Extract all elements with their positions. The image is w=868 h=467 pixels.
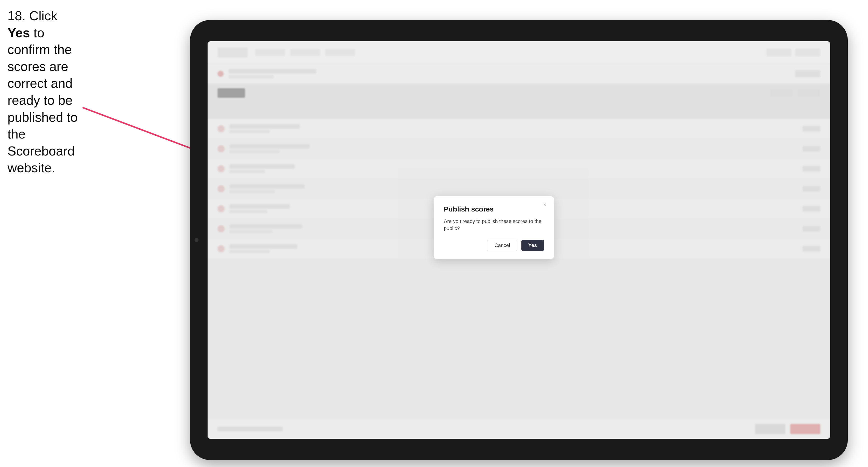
tablet-frame: × Publish scores Are you ready to publis… (190, 20, 848, 460)
modal-dialog: × Publish scores Are you ready to publis… (434, 196, 554, 259)
modal-title: Publish scores (444, 205, 544, 213)
camera-dot (194, 238, 198, 242)
modal-overlay: × Publish scores Are you ready to publis… (208, 41, 830, 439)
modal-actions: Cancel Yes (444, 240, 544, 251)
step-number: 18. (7, 8, 26, 23)
modal-close-button[interactable]: × (541, 201, 549, 209)
yes-emphasis: Yes (7, 26, 30, 40)
yes-button[interactable]: Yes (521, 240, 544, 251)
modal-body: Are you ready to publish these scores to… (444, 218, 544, 232)
cancel-button[interactable]: Cancel (487, 240, 517, 251)
tablet-screen: × Publish scores Are you ready to publis… (208, 41, 830, 439)
instruction-text: 18. Click Yes to confirm the scores are … (7, 7, 80, 177)
